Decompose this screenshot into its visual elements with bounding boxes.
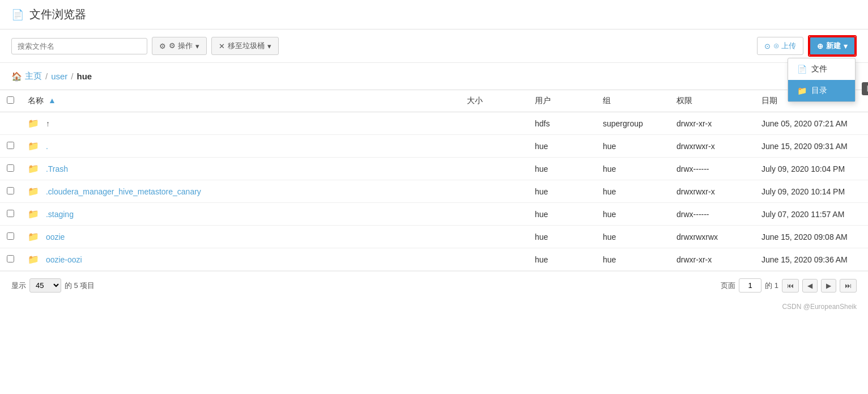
- first-page-button[interactable]: ⏮: [782, 279, 799, 293]
- breadcrumb-user[interactable]: user: [51, 71, 67, 81]
- next-page-button[interactable]: ▶: [821, 279, 836, 293]
- folder-icon: 📁: [28, 209, 39, 219]
- new-button[interactable]: ⊕ 新建 ▾: [809, 36, 856, 56]
- table-row: 📁 .Trash hue hue drwx------ July 09, 202…: [0, 158, 868, 180]
- header-size[interactable]: 大小: [460, 90, 528, 112]
- row-name-cell: 📁 oozie-oozi: [21, 248, 460, 271]
- row-group: hue: [596, 203, 670, 226]
- breadcrumb-sep-2: /: [71, 71, 73, 81]
- app-header: 📄 文件浏览器: [0, 0, 868, 29]
- row-name-cell: 📁 .staging: [21, 203, 460, 226]
- row-group: supergroup: [596, 112, 670, 135]
- prev-page-button[interactable]: ◀: [802, 279, 818, 293]
- header-check: [0, 90, 21, 112]
- row-perm: drwx------: [670, 158, 755, 180]
- home-icon: 🏠: [11, 71, 22, 82]
- row-checkbox[interactable]: [7, 210, 14, 217]
- table-row: 📁 oozie-oozi hue hue drwxr-xr-x June 15,…: [0, 248, 868, 271]
- row-user: hue: [528, 180, 596, 203]
- items-label: 的 5 项目: [65, 281, 95, 291]
- home-label: 主页: [25, 71, 42, 82]
- folder-icon: 📁: [28, 118, 39, 128]
- new-file-label: 文件: [811, 64, 827, 74]
- row-user: hue: [528, 203, 596, 226]
- row-check-cell: [0, 248, 21, 271]
- new-dir-label: 目录: [811, 86, 827, 96]
- show-label: 显示: [11, 281, 26, 291]
- row-date: June 05, 2020 07:21 AM: [755, 112, 868, 135]
- last-page-button[interactable]: ⏭: [840, 279, 857, 293]
- row-date: July 09, 2020 10:04 PM: [755, 158, 868, 180]
- new-dir-item[interactable]: 📁 目录 目录: [788, 80, 855, 101]
- table-row: 📁 oozie hue hue drwxrwxrwx June 15, 2020…: [0, 226, 868, 248]
- row-perm: drwxrwxr-x: [670, 180, 755, 203]
- row-size: [460, 158, 528, 180]
- footer-left: 显示 153045100 的 5 项目: [11, 278, 95, 293]
- file-name-link[interactable]: .Trash: [46, 164, 68, 173]
- file-table-container: 名称 ▲ 大小 用户 组 权限 日期 📁 ↑ hdfs supergroup d…: [0, 90, 868, 271]
- row-check-cell: [0, 180, 21, 203]
- row-date: July 07, 2020 11:57 AM: [755, 203, 868, 226]
- folder-icon: 📁: [28, 255, 39, 264]
- app-icon: 📄: [11, 9, 24, 21]
- table-row: 📁 ↑ hdfs supergroup drwxr-xr-x June 05, …: [0, 112, 868, 135]
- total-pages-label: 的 1: [765, 281, 778, 291]
- trash-label: 移至垃圾桶: [228, 41, 265, 51]
- file-icon: 📄: [797, 65, 807, 74]
- upload-label: ⊙ 上传: [773, 41, 796, 51]
- upload-button[interactable]: ⊙ ⊙ 上传: [757, 37, 803, 55]
- select-all-checkbox[interactable]: [7, 96, 14, 104]
- row-group: hue: [596, 135, 670, 158]
- table-row: 📁 .cloudera_manager_hive_metastore_canar…: [0, 180, 868, 203]
- footer: 显示 153045100 的 5 项目 页面 的 1 ⏮ ◀ ▶ ⏭: [0, 271, 868, 299]
- app-title: 文件浏览器: [29, 7, 86, 22]
- row-perm: drwxrwxr-x: [670, 135, 755, 158]
- folder-icon: 📁: [28, 164, 39, 173]
- row-perm: drwx------: [670, 203, 755, 226]
- row-checkbox[interactable]: [7, 187, 14, 194]
- row-checkbox[interactable]: [7, 255, 14, 262]
- row-size: [460, 180, 528, 203]
- header-group[interactable]: 组: [596, 90, 670, 112]
- header-user[interactable]: 用户: [528, 90, 596, 112]
- page-input[interactable]: [739, 278, 761, 293]
- row-date: July 09, 2020 10:14 PM: [755, 180, 868, 203]
- file-name-link[interactable]: oozie: [46, 232, 65, 242]
- breadcrumb-home[interactable]: 🏠 主页: [11, 71, 42, 82]
- header-perm[interactable]: 权限: [670, 90, 755, 112]
- file-name-link[interactable]: oozie-oozi: [46, 255, 82, 264]
- row-checkbox[interactable]: [7, 232, 14, 240]
- search-input[interactable]: [11, 38, 147, 54]
- toolbar-right: ⊙ ⊙ 上传 ⊕ 新建 ▾ 📄 文件 📁 目录 目录: [757, 35, 857, 57]
- folder-icon: 📁: [28, 141, 39, 151]
- row-size: [460, 226, 528, 248]
- per-page-select[interactable]: 153045100: [29, 278, 61, 293]
- header-name[interactable]: 名称 ▲: [21, 90, 460, 112]
- table-row: 📁 .staging hue hue drwx------ July 07, 2…: [0, 203, 868, 226]
- row-group: hue: [596, 180, 670, 203]
- row-name-cell: 📁 .: [21, 135, 460, 158]
- row-check-cell: [0, 226, 21, 248]
- row-name-cell: 📁 ↑: [21, 112, 460, 135]
- row-date: June 15, 2020 09:36 AM: [755, 248, 868, 271]
- action-button[interactable]: ⚙ ⚙ 操作 ▾: [152, 37, 207, 55]
- toolbar: ⚙ ⚙ 操作 ▾ ✕ 移至垃圾桶 ▾ ⊙ ⊙ 上传 ⊕ 新建 ▾ 📄 文件: [0, 29, 868, 63]
- watermark: CSDN @EuropeanSheik: [0, 299, 868, 316]
- row-group: hue: [596, 226, 670, 248]
- file-name-link[interactable]: .staging: [46, 210, 74, 219]
- row-checkbox[interactable]: [7, 142, 14, 149]
- row-date: June 15, 2020 09:31 AM: [755, 135, 868, 158]
- row-check-cell: [0, 158, 21, 180]
- new-file-item[interactable]: 📄 文件: [788, 58, 855, 80]
- table-row: 📁 . hue hue drwxrwxr-x June 15, 2020 09:…: [0, 135, 868, 158]
- file-name[interactable]: ↑: [46, 119, 50, 128]
- file-name-link[interactable]: .cloudera_manager_hive_metastore_canary: [46, 187, 201, 196]
- folder-icon: 📁: [28, 187, 39, 196]
- row-checkbox[interactable]: [7, 164, 14, 172]
- trash-button[interactable]: ✕ 移至垃圾桶 ▾: [211, 37, 279, 55]
- row-user: hue: [528, 226, 596, 248]
- row-size: [460, 248, 528, 271]
- file-name-link[interactable]: .: [46, 142, 48, 151]
- new-caret: ▾: [844, 42, 848, 50]
- folder-open-icon: 📁: [797, 86, 807, 95]
